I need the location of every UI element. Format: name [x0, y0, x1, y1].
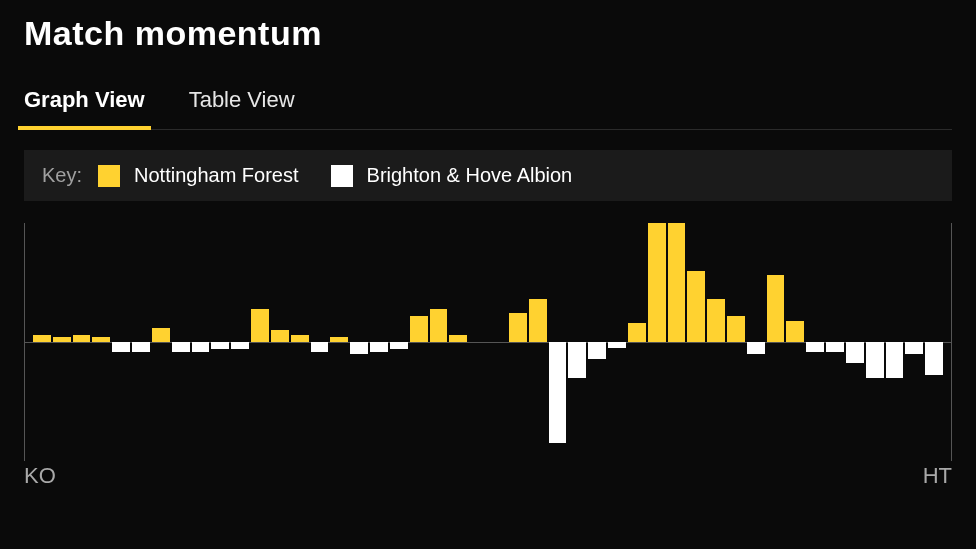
bar-away	[886, 342, 904, 378]
bar-away	[608, 342, 626, 348]
bar-home	[668, 223, 686, 342]
bar-away	[866, 342, 884, 378]
minute-slot	[886, 223, 904, 461]
minute-slot	[767, 223, 785, 461]
minute-slot	[568, 223, 586, 461]
minute-slot	[826, 223, 844, 461]
view-tabs: Graph View Table View	[24, 87, 952, 130]
minute-slot	[806, 223, 824, 461]
bar-away	[568, 342, 586, 378]
bar-home	[410, 316, 428, 342]
minute-slot	[112, 223, 130, 461]
bar-home	[767, 275, 785, 342]
minute-slot	[549, 223, 567, 461]
chart-legend: Key: Nottingham Forest Brighton & Hove A…	[24, 150, 952, 201]
bar-away	[231, 342, 249, 349]
tab-table-view[interactable]: Table View	[189, 87, 295, 129]
bar-home	[33, 335, 51, 342]
bar-away	[172, 342, 190, 352]
legend-key-label: Key:	[42, 164, 82, 187]
bar-home	[251, 309, 269, 342]
bar-away	[112, 342, 130, 352]
minute-slot	[311, 223, 329, 461]
bar-home	[529, 299, 547, 342]
legend-away-team: Brighton & Hove Albion	[367, 164, 573, 187]
minute-slot	[469, 223, 487, 461]
minute-slot	[152, 223, 170, 461]
minute-slot	[925, 223, 943, 461]
bar-away	[905, 342, 923, 354]
bar-home	[509, 313, 527, 342]
bar-home	[449, 335, 467, 342]
minute-slot	[866, 223, 884, 461]
minute-slot	[251, 223, 269, 461]
bar-home	[330, 337, 348, 342]
minute-slot	[905, 223, 923, 461]
bar-away	[806, 342, 824, 352]
chart-frame	[24, 223, 952, 461]
legend-swatch-home	[98, 165, 120, 187]
bar-away	[826, 342, 844, 352]
bar-away	[846, 342, 864, 363]
chart-x-labels: KO HT	[24, 463, 952, 489]
bar-away	[211, 342, 229, 349]
bar-home	[628, 323, 646, 342]
minute-slot	[33, 223, 51, 461]
bar-home	[430, 309, 448, 342]
minute-slot	[132, 223, 150, 461]
minute-slot	[92, 223, 110, 461]
minute-slot	[747, 223, 765, 461]
minute-slot	[648, 223, 666, 461]
chart-bars	[33, 223, 943, 461]
minute-slot	[211, 223, 229, 461]
bar-home	[152, 328, 170, 342]
bar-away	[132, 342, 150, 352]
minute-slot	[192, 223, 210, 461]
minute-slot	[53, 223, 71, 461]
minute-slot	[509, 223, 527, 461]
bar-home	[727, 316, 745, 342]
bar-home	[648, 223, 666, 342]
bar-away	[588, 342, 606, 359]
minute-slot	[687, 223, 705, 461]
minute-slot	[370, 223, 388, 461]
minute-slot	[588, 223, 606, 461]
bar-home	[707, 299, 725, 342]
bar-away	[192, 342, 210, 352]
minute-slot	[707, 223, 725, 461]
bar-home	[291, 335, 309, 342]
legend-swatch-away	[331, 165, 353, 187]
bar-home	[786, 321, 804, 342]
minute-slot	[410, 223, 428, 461]
minute-slot	[231, 223, 249, 461]
minute-slot	[172, 223, 190, 461]
minute-slot	[489, 223, 507, 461]
minute-slot	[727, 223, 745, 461]
tab-graph-view[interactable]: Graph View	[24, 87, 145, 129]
minute-slot	[449, 223, 467, 461]
bar-away	[390, 342, 408, 349]
bar-home	[53, 337, 71, 342]
x-label-start: KO	[24, 463, 56, 489]
x-label-end: HT	[923, 463, 952, 489]
minute-slot	[786, 223, 804, 461]
bar-home	[687, 271, 705, 342]
minute-slot	[529, 223, 547, 461]
minute-slot	[73, 223, 91, 461]
bar-away	[311, 342, 329, 352]
minute-slot	[291, 223, 309, 461]
page-title: Match momentum	[24, 0, 952, 53]
legend-home-team: Nottingham Forest	[134, 164, 299, 187]
bar-away	[350, 342, 368, 354]
momentum-chart: KO HT	[24, 223, 952, 483]
minute-slot	[430, 223, 448, 461]
minute-slot	[608, 223, 626, 461]
bar-away	[747, 342, 765, 354]
minute-slot	[350, 223, 368, 461]
bar-home	[271, 330, 289, 342]
bar-away	[370, 342, 388, 352]
minute-slot	[846, 223, 864, 461]
minute-slot	[271, 223, 289, 461]
bar-away	[549, 342, 567, 443]
bar-away	[925, 342, 943, 375]
